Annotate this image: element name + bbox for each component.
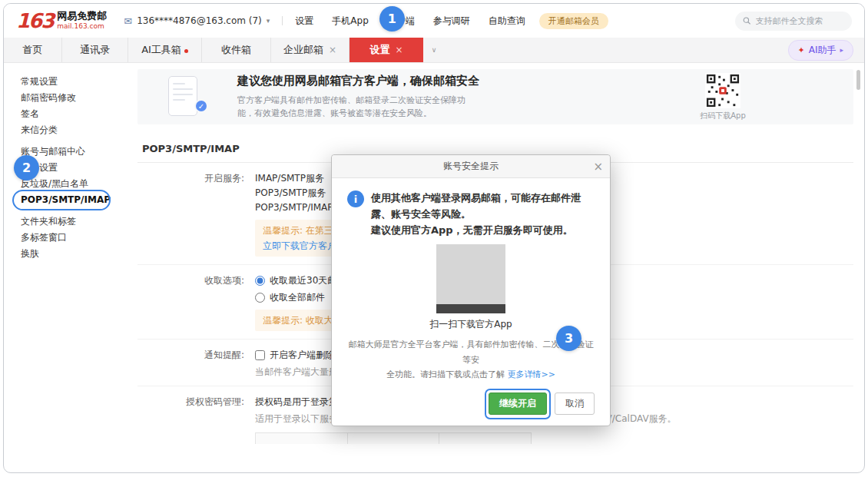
auth-row-label: 授权密码管理: xyxy=(137,396,255,444)
sidebar-item-antispam[interactable]: 反垃圾/黑白名单 xyxy=(21,176,125,192)
phone-illustration: ✓ xyxy=(168,76,202,118)
auth-code-table-edge xyxy=(255,432,532,444)
banner-desc-line1: 官方客户端具有邮件加密传输、邮箱登录二次验证安全保障功 xyxy=(237,95,465,105)
logo-domain: mail.163.com xyxy=(57,22,107,30)
warning-line1: 使用其他客户端登录网易邮箱，可能存在邮件泄露、账号安全等风险。 xyxy=(371,192,581,220)
sidebar-item-pop3-smtp-imap[interactable]: POP3/SMTP/IMAP xyxy=(21,192,125,208)
nav-self-help-link[interactable]: 自助查询 xyxy=(489,15,525,28)
sidebar-item-skin[interactable]: 换肤 xyxy=(21,246,125,262)
search-input[interactable] xyxy=(756,16,845,26)
notify-checkbox[interactable] xyxy=(255,350,265,360)
sidebar-item-password[interactable]: 邮箱密码修改 xyxy=(21,90,125,106)
qr-placeholder-caption-strip xyxy=(436,304,505,313)
nav-mobile-app-link[interactable]: 手机App xyxy=(332,15,368,28)
banner-desc-line2: 能，有效避免信息泄露、账号被盗等潜在安全风险。 xyxy=(237,108,432,118)
banner-desc: 官方客户端具有邮件加密传输、邮箱登录二次验证安全保障功 能，有效避免信息泄露、账… xyxy=(237,94,700,120)
search-box[interactable] xyxy=(735,12,852,31)
tab-label: 收件箱 xyxy=(221,43,251,57)
banner-title: 建议您使用网易邮箱官方客户端，确保邮箱安全 xyxy=(237,74,700,88)
scan-caption: 扫一扫下载官方App xyxy=(347,318,595,331)
sidebar-item-multi-tab[interactable]: 多标签窗口 xyxy=(21,230,125,246)
tab-home[interactable]: 首页 xyxy=(4,38,62,62)
service-row-label: 开启服务: xyxy=(137,172,255,257)
nav-client-link[interactable]: 客户端 1 xyxy=(387,15,415,28)
logo-name: 网易免费邮 xyxy=(57,11,107,22)
scrollbar-thumb[interactable] xyxy=(856,70,860,90)
tab-label: 设置 xyxy=(369,43,389,57)
nav-settings-link[interactable]: 设置 xyxy=(295,15,313,28)
ai-assistant-button[interactable]: ✦ AI助手 ▸ xyxy=(788,40,854,61)
modal-body: i 使用其他客户端登录网易邮箱，可能存在邮件泄露、账号安全等风险。 建议使用官方… xyxy=(332,178,610,382)
sidebar-item-general[interactable]: 常规设置 xyxy=(21,74,125,90)
continue-enable-button[interactable]: 继续开启 xyxy=(489,393,547,415)
tab-label: 企业邮箱 xyxy=(283,43,323,57)
vip-membership-badge[interactable]: 开通邮箱会员 xyxy=(539,13,608,29)
info-icon: i xyxy=(347,190,364,207)
tab-ai-toolbox[interactable]: AI工具箱 xyxy=(128,38,202,62)
close-icon[interactable]: × xyxy=(329,45,336,55)
fetch-recent-radio[interactable] xyxy=(255,276,265,286)
logo-163: 163 xyxy=(16,11,53,31)
tab-settings[interactable]: 设置 × xyxy=(350,38,423,62)
annotation-step-3: 3 xyxy=(556,326,581,351)
account-security-modal: 账号安全提示 × i 使用其他客户端登录网易邮箱，可能存在邮件泄露、账号安全等风… xyxy=(331,154,611,426)
settings-sidebar: 常规设置 邮箱密码修改 签名 来信分类 账号与邮箱中心 安全设置 反垃圾/黑白名… xyxy=(4,63,125,473)
sidebar-item-folders-tags[interactable]: 文件夹和标签 xyxy=(21,214,125,230)
annotation-step-2: 2 xyxy=(14,155,39,181)
sidebar-item-signature[interactable]: 签名 xyxy=(21,106,125,122)
top-nav: 设置 手机App 客户端 1 参与调研 自助查询 xyxy=(295,15,525,28)
sidebar-item-mail-classify[interactable]: 来信分类 xyxy=(21,122,125,138)
qr-code-image xyxy=(705,73,740,108)
app-qr-placeholder xyxy=(436,244,505,313)
qr-caption: 扫码下载App xyxy=(700,111,746,121)
close-icon[interactable]: × xyxy=(395,45,403,55)
warning-line2: 建议使用官方App，无需开启服务即可使用。 xyxy=(371,224,573,236)
tabbar: 首页 通讯录 AI工具箱 收件箱 企业邮箱 × 设置 × ∨ ✦ AI助手 ▸ xyxy=(4,38,864,63)
modal-warning-text: 使用其他客户端登录网易邮箱，可能存在邮件泄露、账号安全等风险。 建议使用官方Ap… xyxy=(371,190,595,238)
tab-contacts[interactable]: 通讯录 xyxy=(62,38,128,62)
nav-survey-link[interactable]: 参与调研 xyxy=(433,15,470,28)
envelope-icon: ✉ xyxy=(124,15,132,27)
close-icon[interactable]: × xyxy=(593,155,603,178)
more-details-link[interactable]: 更多详情>> xyxy=(508,369,555,379)
notify-row-label: 通知提醒: xyxy=(137,349,255,378)
download-qr-block: 扫码下载App xyxy=(700,73,746,121)
topbar: 163 网易免费邮 mail.163.com ✉ 136****4876@163… xyxy=(4,4,864,38)
tab-label: 通讯录 xyxy=(80,43,110,57)
chevron-down-icon: ▾ xyxy=(267,17,270,25)
account-email: 136****4876@163.com (7) xyxy=(137,15,262,26)
divider xyxy=(282,16,283,25)
tab-label: 首页 xyxy=(23,43,43,57)
modal-title: 账号安全提示 xyxy=(443,160,499,173)
account-dropdown[interactable]: ✉ 136****4876@163.com (7) ▾ xyxy=(124,15,270,27)
notification-dot xyxy=(184,49,188,53)
fetch-row-label: 收取选项: xyxy=(137,274,255,331)
sidebar-item-account-center[interactable]: 账号与邮箱中心 xyxy=(21,144,125,160)
mail-app-window: 163 网易免费邮 mail.163.com ✉ 136****4876@163… xyxy=(3,3,865,473)
tab-overflow-chevron[interactable]: ∨ xyxy=(423,38,445,62)
modal-buttons: 继续开启 取消 xyxy=(332,382,610,426)
ai-assistant-label: AI助手 xyxy=(809,44,837,57)
tab-label: AI工具箱 xyxy=(141,43,181,57)
fetch-all-label: 收取全部邮件 xyxy=(270,291,325,303)
official-client-banner: ✓ 建议您使用网易邮箱官方客户端，确保邮箱安全 官方客户端具有邮件加密传输、邮箱… xyxy=(137,69,853,124)
modal-desc-line2: 全功能。请扫描下载或点击了解 xyxy=(386,369,508,379)
netease-mail-logo[interactable]: 163 网易免费邮 mail.163.com xyxy=(16,11,107,31)
cancel-button[interactable]: 取消 xyxy=(555,393,595,415)
annotation-step-1: 1 xyxy=(379,6,405,31)
fetch-all-radio[interactable] xyxy=(255,293,265,303)
modal-titlebar: 账号安全提示 × xyxy=(332,155,610,178)
tab-inbox[interactable]: 收件箱 xyxy=(202,38,271,62)
sparkle-icon: ✦ xyxy=(798,45,805,55)
tab-enterprise-mail[interactable]: 企业邮箱 × xyxy=(271,38,350,62)
sidebar-item-label: POP3/SMTP/IMAP xyxy=(21,194,111,205)
arrow-right-icon: ▸ xyxy=(840,46,843,54)
search-icon xyxy=(743,16,751,25)
check-badge-icon: ✓ xyxy=(194,99,208,113)
